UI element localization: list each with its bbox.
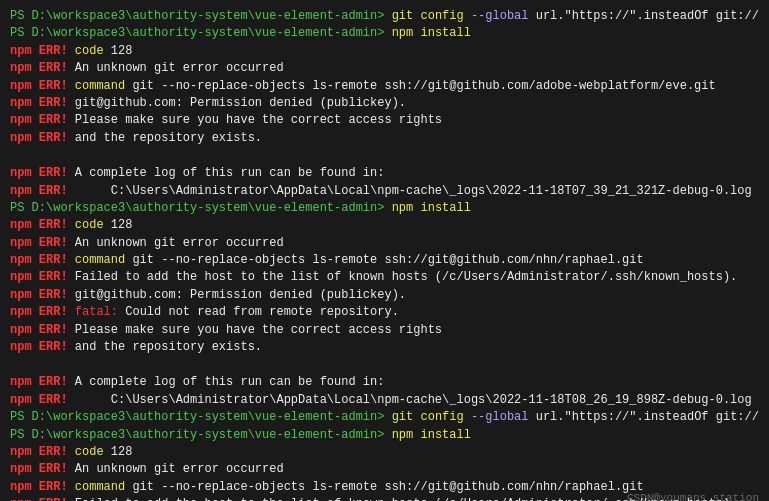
ps-prompt: PS D:\workspace3\authority-system\vue-el… xyxy=(10,409,384,426)
err-label: and the repository exists. xyxy=(68,130,262,147)
err-label: C:\Users\Administrator\AppData\Local\npm… xyxy=(68,183,752,200)
watermark: CSDN@youmans_station xyxy=(627,492,759,501)
npm-err-prefix: npm ERR! xyxy=(10,461,68,478)
cmd-flags: --global xyxy=(471,409,529,426)
err-label: git@github.com: Permission denied (publi… xyxy=(68,287,406,304)
err-label: git --no-replace-objects ls-remote ssh:/… xyxy=(125,252,643,269)
terminal-line: npm ERR! C:\Users\Administrator\AppData\… xyxy=(10,183,759,200)
err-keyword: fatal: xyxy=(68,304,118,321)
err-label: C:\Users\Administrator\AppData\Local\npm… xyxy=(68,392,752,409)
err-label: Please make sure you have the correct ac… xyxy=(68,322,442,339)
err-keyword: code xyxy=(68,444,104,461)
npm-err-prefix: npm ERR! xyxy=(10,374,68,391)
err-label: and the repository exists. xyxy=(68,339,262,356)
err-label: 128 xyxy=(104,217,133,234)
err-keyword: command xyxy=(68,78,126,95)
terminal-line: npm ERR! Please make sure you have the c… xyxy=(10,322,759,339)
err-label: An unknown git error occurred xyxy=(68,60,284,77)
npm-err-prefix: npm ERR! xyxy=(10,130,68,147)
err-label: git@github.com: Permission denied (publi… xyxy=(68,95,406,112)
terminal-line: PS D:\workspace3\authority-system\vue-el… xyxy=(10,8,759,25)
cmd-text: npm install xyxy=(384,200,470,217)
err-keyword: command xyxy=(68,479,126,496)
terminal-line: npm ERR! and the repository exists. xyxy=(10,339,759,356)
npm-err-prefix: npm ERR! xyxy=(10,60,68,77)
terminal-line: npm ERR! git@github.com: Permission deni… xyxy=(10,95,759,112)
npm-err-prefix: npm ERR! xyxy=(10,217,68,234)
npm-err-prefix: npm ERR! xyxy=(10,165,68,182)
err-keyword: code xyxy=(68,217,104,234)
err-keyword: code xyxy=(68,43,104,60)
npm-err-prefix: npm ERR! xyxy=(10,496,68,501)
err-label: 128 xyxy=(104,43,133,60)
ps-prompt: PS D:\workspace3\authority-system\vue-el… xyxy=(10,200,384,217)
cmd-text: git config xyxy=(384,409,470,426)
ps-prompt: PS D:\workspace3\authority-system\vue-el… xyxy=(10,25,384,42)
err-label: Please make sure you have the correct ac… xyxy=(68,112,442,129)
err-label: git --no-replace-objects ls-remote ssh:/… xyxy=(125,479,643,496)
err-label: 128 xyxy=(104,444,133,461)
err-label: An unknown git error occurred xyxy=(68,461,284,478)
npm-err-prefix: npm ERR! xyxy=(10,304,68,321)
terminal-line: npm ERR! git@github.com: Permission deni… xyxy=(10,287,759,304)
cmd-flags: --global xyxy=(471,8,529,25)
ps-prompt: PS D:\workspace3\authority-system\vue-el… xyxy=(10,427,384,444)
terminal-line: npm ERR! code 128 xyxy=(10,43,759,60)
err-label: A complete log of this run can be found … xyxy=(68,374,385,391)
npm-err-prefix: npm ERR! xyxy=(10,43,68,60)
err-label: Could not read from remote repository. xyxy=(118,304,399,321)
cmd-rest: url."https://".insteadOf git:// xyxy=(529,409,759,426)
terminal-line: PS D:\workspace3\authority-system\vue-el… xyxy=(10,409,759,426)
terminal-line: PS D:\workspace3\authority-system\vue-el… xyxy=(10,200,759,217)
cmd-text: npm install xyxy=(384,427,470,444)
terminal-line: npm ERR! An unknown git error occurred xyxy=(10,60,759,77)
npm-err-prefix: npm ERR! xyxy=(10,235,68,252)
npm-err-prefix: npm ERR! xyxy=(10,183,68,200)
err-label: A complete log of this run can be found … xyxy=(68,165,385,182)
terminal-line: npm ERR! A complete log of this run can … xyxy=(10,165,759,182)
terminal-line: PS D:\workspace3\authority-system\vue-el… xyxy=(10,427,759,444)
terminal-line: npm ERR! fatal: Could not read from remo… xyxy=(10,304,759,321)
terminal-line: npm ERR! An unknown git error occurred xyxy=(10,235,759,252)
npm-err-prefix: npm ERR! xyxy=(10,392,68,409)
npm-err-prefix: npm ERR! xyxy=(10,252,68,269)
npm-err-prefix: npm ERR! xyxy=(10,322,68,339)
terminal-line: PS D:\workspace3\authority-system\vue-el… xyxy=(10,25,759,42)
err-label: Failed to add the host to the list of kn… xyxy=(68,269,738,286)
terminal-line: npm ERR! code 128 xyxy=(10,217,759,234)
npm-err-prefix: npm ERR! xyxy=(10,269,68,286)
blank-line xyxy=(10,356,759,374)
cmd-text: npm install xyxy=(384,25,470,42)
npm-err-prefix: npm ERR! xyxy=(10,339,68,356)
blank-line xyxy=(10,147,759,165)
cmd-text: git config xyxy=(384,8,470,25)
npm-err-prefix: npm ERR! xyxy=(10,479,68,496)
npm-err-prefix: npm ERR! xyxy=(10,444,68,461)
terminal-line: npm ERR! Please make sure you have the c… xyxy=(10,112,759,129)
err-label: An unknown git error occurred xyxy=(68,235,284,252)
terminal-line: npm ERR! Failed to add the host to the l… xyxy=(10,269,759,286)
terminal-line: npm ERR! command git --no-replace-object… xyxy=(10,252,759,269)
err-keyword: command xyxy=(68,252,126,269)
terminal-window: PS D:\workspace3\authority-system\vue-el… xyxy=(0,0,769,501)
cmd-rest: url."https://".insteadOf git:// xyxy=(529,8,759,25)
terminal-line: npm ERR! A complete log of this run can … xyxy=(10,374,759,391)
npm-err-prefix: npm ERR! xyxy=(10,112,68,129)
ps-prompt: PS D:\workspace3\authority-system\vue-el… xyxy=(10,8,384,25)
terminal-line: npm ERR! An unknown git error occurred xyxy=(10,461,759,478)
npm-err-prefix: npm ERR! xyxy=(10,95,68,112)
terminal-line: npm ERR! code 128 xyxy=(10,444,759,461)
terminal-line: npm ERR! C:\Users\Administrator\AppData\… xyxy=(10,392,759,409)
err-label: git --no-replace-objects ls-remote ssh:/… xyxy=(125,78,716,95)
terminal-line: npm ERR! command git --no-replace-object… xyxy=(10,78,759,95)
npm-err-prefix: npm ERR! xyxy=(10,78,68,95)
npm-err-prefix: npm ERR! xyxy=(10,287,68,304)
terminal-line: npm ERR! and the repository exists. xyxy=(10,130,759,147)
